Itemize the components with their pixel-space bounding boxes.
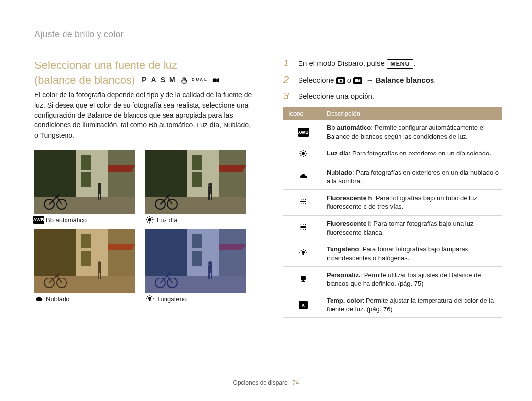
video-icon [353,77,362,84]
th-desc: Descripción [322,107,502,120]
thumb-caption: Tungsteno [145,295,246,303]
custom-icon [298,274,309,283]
step-3: 3 Seleccione una opción. [283,91,502,101]
row-desc-cell: Luz día: Para fotografías en exteriores … [322,145,502,164]
cloud-icon [34,294,43,303]
bulb-icon [145,294,154,303]
awb-badge-icon: AWB [298,128,309,137]
step-1: 1 En el modo Disparo, pulse MENU. [283,58,502,69]
row-icon-cell [283,241,322,267]
step-tail: . [413,59,415,67]
thumb-label: Nublado [46,295,69,303]
page-number: 74 [292,379,299,386]
row-icon-cell [283,267,322,292]
row-desc-cell: Personaliz.: Permite utilizar los ajuste… [322,267,502,292]
mode-a: A [151,75,158,85]
hand-icon [180,77,189,84]
step-text: Seleccione [298,76,336,84]
step-number: 1 [283,58,291,68]
thumb-caption: AWBBb automático [34,216,135,224]
thumb-caption: Luz día [145,216,246,224]
cloud-icon [298,172,309,181]
mode-s: S [161,75,166,85]
row-desc-cell: Fluorescente l: Para tomar fotografías b… [322,216,502,241]
page-footer: Opciones de disparo 74 [0,379,532,386]
intro-paragraph: El color de la fotografía depende del ti… [34,90,254,140]
row-icon-cell [283,216,322,241]
row-icon-cell: AWB [283,120,322,145]
step-text: Seleccione una opción. [298,91,374,101]
thumb-2: Nublado [34,229,135,303]
thumb-image [34,150,135,214]
video-mode-icon [211,77,220,84]
wb-icon-table: Icono Descripción AWBBb automático: Perm… [283,107,502,318]
table-row: AWBBb automático: Permite configurar aut… [283,120,502,145]
left-column: Seleccionar una fuente de luz (balance d… [34,58,254,318]
camera-icon [336,77,345,84]
steps-list: 1 En el modo Disparo, pulse MENU. 2 Sele… [283,58,502,101]
example-thumbnails: AWBBb automáticoLuz díaNubladoTungsteno [34,150,254,303]
thumb-1: Luz día [145,150,246,224]
row-icon-cell: K [283,292,322,318]
sun-icon [145,216,154,224]
step-2: 2 Seleccione o → Balance blancos. [283,75,502,85]
row-icon-cell [283,164,322,189]
bulb-icon [298,248,309,257]
row-desc-cell: Nublado: Para fotografías en exteriores … [322,164,502,189]
step-number: 3 [283,91,291,101]
table-row: Tungsteno: Para tomar fotografías bajo l… [283,241,502,267]
two-column-layout: Seleccionar una fuente de luz (balance d… [34,58,502,318]
thumb-label: Bb automático [46,216,87,224]
page-title: Seleccionar una fuente de luz (balance d… [34,58,254,87]
th-icon: Icono [283,107,322,120]
thumb-0: AWBBb automático [34,150,135,224]
row-desc-cell: Bb automático: Permite configurar automá… [322,120,502,145]
manual-page: Ajuste de brillo y color Seleccionar una… [0,0,532,401]
fluor-h-icon [298,197,309,206]
mode-icons: P A S M DUAL [142,75,220,85]
sun-icon [298,149,309,158]
step-tail: . [434,76,436,84]
thumb-label: Tungsteno [157,295,187,303]
row-desc-cell: Temp. color: Permite ajustar la temperat… [322,292,502,318]
thumb-image [34,229,135,293]
table-row: Nublado: Para fotografías en exteriores … [283,164,502,189]
thumb-3: Tungsteno [145,229,246,303]
row-icon-cell [283,189,322,215]
step-text: En el modo Disparo, pulse [298,59,387,67]
step-mid: o [347,76,354,84]
step-number: 2 [283,75,291,85]
dual-label: DUAL [192,77,208,83]
row-icon-cell [283,145,322,164]
title-line-1: Seleccionar una fuente de luz [34,58,254,73]
mode-m: M [169,75,177,85]
k-badge-icon: K [299,301,308,309]
right-column: 1 En el modo Disparo, pulse MENU. 2 Sele… [283,58,502,318]
step-bold: Balance blancos [376,76,434,84]
table-row: Personaliz.: Permite utilizar los ajuste… [283,267,502,292]
table-row: Luz día: Para fotografías en exteriores … [283,145,502,164]
title-line-2: (balance de blancos) [34,73,135,88]
awb-badge-icon: AWB [33,216,45,224]
thumb-label: Luz día [157,216,178,224]
menu-button-label: MENU [387,59,413,69]
fluor-l-icon [298,223,309,232]
divider [34,43,502,43]
mode-p: P [142,75,148,85]
row-desc-cell: Tungsteno: Para tomar fotografías bajo l… [322,241,502,267]
table-row: Fluorescente h: Para fotografías bajo un… [283,189,502,215]
row-desc-cell: Fluorescente h: Para fotografías bajo un… [322,189,502,215]
table-row: KTemp. color: Permite ajustar la tempera… [283,292,502,318]
thumb-image [145,150,246,214]
footer-text: Opciones de disparo [233,379,288,386]
thumb-caption: Nublado [34,295,135,303]
section-header: Ajuste de brillo y color [34,30,502,40]
thumb-image [145,229,246,293]
table-row: Fluorescente l: Para tomar fotografías b… [283,216,502,241]
wb-icon-table-body: AWBBb automático: Permite configurar aut… [283,120,502,318]
